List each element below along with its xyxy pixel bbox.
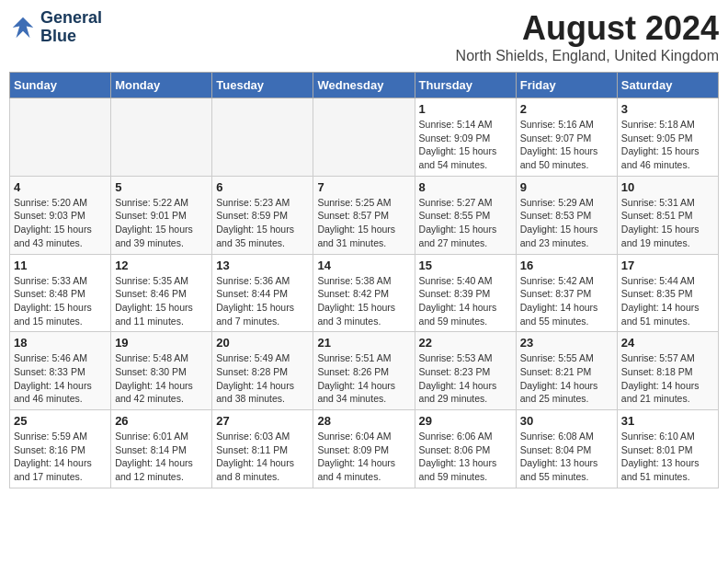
day-info: Sunrise: 5:44 AM Sunset: 8:35 PM Dayligh… xyxy=(621,274,714,328)
calendar-week-row: 18Sunrise: 5:46 AM Sunset: 8:33 PM Dayli… xyxy=(10,332,719,410)
calendar-day-cell: 27Sunrise: 6:03 AM Sunset: 8:11 PM Dayli… xyxy=(212,410,313,488)
day-info: Sunrise: 6:01 AM Sunset: 8:14 PM Dayligh… xyxy=(115,430,208,484)
day-info: Sunrise: 5:14 AM Sunset: 9:09 PM Dayligh… xyxy=(419,118,512,172)
day-info: Sunrise: 5:59 AM Sunset: 8:16 PM Dayligh… xyxy=(14,430,107,484)
calendar-day-cell: 12Sunrise: 5:35 AM Sunset: 8:46 PM Dayli… xyxy=(111,254,212,332)
day-number: 14 xyxy=(317,259,410,272)
calendar-day-cell: 24Sunrise: 5:57 AM Sunset: 8:18 PM Dayli… xyxy=(617,332,718,410)
day-number: 3 xyxy=(621,102,714,116)
calendar-day-cell xyxy=(111,98,212,177)
day-number: 29 xyxy=(419,414,512,428)
calendar-day-cell: 2Sunrise: 5:16 AM Sunset: 9:07 PM Daylig… xyxy=(516,98,617,177)
day-number: 27 xyxy=(216,414,309,428)
day-number: 4 xyxy=(14,180,107,194)
day-info: Sunrise: 5:20 AM Sunset: 9:03 PM Dayligh… xyxy=(14,196,107,250)
day-number: 10 xyxy=(621,180,714,194)
day-info: Sunrise: 5:22 AM Sunset: 9:01 PM Dayligh… xyxy=(115,196,208,250)
day-info: Sunrise: 5:40 AM Sunset: 8:39 PM Dayligh… xyxy=(419,274,512,328)
day-number: 24 xyxy=(621,336,714,350)
calendar-header-row: SundayMondayTuesdayWednesdayThursdayFrid… xyxy=(10,73,719,98)
day-number: 18 xyxy=(14,336,107,350)
calendar-day-cell: 15Sunrise: 5:40 AM Sunset: 8:39 PM Dayli… xyxy=(415,254,516,332)
day-number: 11 xyxy=(14,259,107,272)
day-number: 8 xyxy=(419,180,512,194)
day-info: Sunrise: 5:51 AM Sunset: 8:26 PM Dayligh… xyxy=(317,351,410,406)
calendar-day-cell: 1Sunrise: 5:14 AM Sunset: 9:09 PM Daylig… xyxy=(415,98,516,177)
day-number: 5 xyxy=(115,180,208,194)
day-header-tuesday: Tuesday xyxy=(212,73,313,98)
day-info: Sunrise: 5:53 AM Sunset: 8:23 PM Dayligh… xyxy=(419,351,512,406)
day-number: 23 xyxy=(520,336,613,350)
day-info: Sunrise: 5:16 AM Sunset: 9:07 PM Dayligh… xyxy=(520,118,613,172)
day-number: 15 xyxy=(419,259,512,272)
calendar-day-cell xyxy=(313,98,415,177)
calendar-day-cell: 29Sunrise: 6:06 AM Sunset: 8:06 PM Dayli… xyxy=(415,410,516,488)
day-info: Sunrise: 5:57 AM Sunset: 8:18 PM Dayligh… xyxy=(621,351,714,406)
day-number: 2 xyxy=(520,102,613,116)
calendar-day-cell: 26Sunrise: 6:01 AM Sunset: 8:14 PM Dayli… xyxy=(111,410,212,488)
page-title: August 2024 xyxy=(456,9,719,48)
logo-icon xyxy=(9,14,37,41)
day-info: Sunrise: 5:36 AM Sunset: 8:44 PM Dayligh… xyxy=(216,274,309,328)
day-number: 22 xyxy=(419,336,512,350)
calendar-day-cell: 23Sunrise: 5:55 AM Sunset: 8:21 PM Dayli… xyxy=(516,332,617,410)
day-header-monday: Monday xyxy=(111,73,212,98)
day-number: 16 xyxy=(520,259,613,272)
day-number: 30 xyxy=(520,414,613,428)
logo: General Blue xyxy=(9,9,102,46)
day-header-friday: Friday xyxy=(516,73,617,98)
calendar-day-cell: 16Sunrise: 5:42 AM Sunset: 8:37 PM Dayli… xyxy=(516,254,617,332)
page-header: General Blue August 2024 North Shields, … xyxy=(9,9,719,64)
calendar-day-cell: 8Sunrise: 5:27 AM Sunset: 8:55 PM Daylig… xyxy=(415,176,516,254)
day-number: 12 xyxy=(115,259,208,272)
calendar-day-cell: 19Sunrise: 5:48 AM Sunset: 8:30 PM Dayli… xyxy=(111,332,212,410)
day-header-wednesday: Wednesday xyxy=(313,73,415,98)
day-number: 20 xyxy=(216,336,309,350)
day-number: 25 xyxy=(14,414,107,428)
day-number: 1 xyxy=(419,102,512,116)
calendar-table: SundayMondayTuesdayWednesdayThursdayFrid… xyxy=(9,72,719,488)
day-header-thursday: Thursday xyxy=(415,73,516,98)
day-info: Sunrise: 6:06 AM Sunset: 8:06 PM Dayligh… xyxy=(419,430,512,484)
day-number: 9 xyxy=(520,180,613,194)
calendar-day-cell: 11Sunrise: 5:33 AM Sunset: 8:48 PM Dayli… xyxy=(10,254,111,332)
calendar-day-cell: 21Sunrise: 5:51 AM Sunset: 8:26 PM Dayli… xyxy=(313,332,415,410)
calendar-day-cell: 28Sunrise: 6:04 AM Sunset: 8:09 PM Dayli… xyxy=(313,410,415,488)
day-info: Sunrise: 5:42 AM Sunset: 8:37 PM Dayligh… xyxy=(520,274,613,328)
logo-text: General Blue xyxy=(40,9,102,46)
calendar-day-cell: 13Sunrise: 5:36 AM Sunset: 8:44 PM Dayli… xyxy=(212,254,313,332)
day-info: Sunrise: 5:18 AM Sunset: 9:05 PM Dayligh… xyxy=(621,118,714,172)
calendar-day-cell: 6Sunrise: 5:23 AM Sunset: 8:59 PM Daylig… xyxy=(212,176,313,254)
day-info: Sunrise: 5:23 AM Sunset: 8:59 PM Dayligh… xyxy=(216,196,309,250)
calendar-day-cell: 10Sunrise: 5:31 AM Sunset: 8:51 PM Dayli… xyxy=(617,176,718,254)
day-header-saturday: Saturday xyxy=(617,73,718,98)
page-subtitle: North Shields, England, United Kingdom xyxy=(456,48,719,64)
day-info: Sunrise: 6:10 AM Sunset: 8:01 PM Dayligh… xyxy=(621,430,714,484)
calendar-day-cell: 25Sunrise: 5:59 AM Sunset: 8:16 PM Dayli… xyxy=(10,410,111,488)
day-number: 19 xyxy=(115,336,208,350)
day-info: Sunrise: 6:08 AM Sunset: 8:04 PM Dayligh… xyxy=(520,430,613,484)
day-info: Sunrise: 5:31 AM Sunset: 8:51 PM Dayligh… xyxy=(621,196,714,250)
svg-marker-0 xyxy=(13,17,34,39)
calendar-day-cell: 7Sunrise: 5:25 AM Sunset: 8:57 PM Daylig… xyxy=(313,176,415,254)
day-number: 26 xyxy=(115,414,208,428)
calendar-day-cell: 20Sunrise: 5:49 AM Sunset: 8:28 PM Dayli… xyxy=(212,332,313,410)
calendar-day-cell: 31Sunrise: 6:10 AM Sunset: 8:01 PM Dayli… xyxy=(617,410,718,488)
day-info: Sunrise: 5:48 AM Sunset: 8:30 PM Dayligh… xyxy=(115,351,208,406)
day-info: Sunrise: 5:38 AM Sunset: 8:42 PM Dayligh… xyxy=(317,274,410,328)
day-number: 7 xyxy=(317,180,410,194)
title-block: August 2024 North Shields, England, Unit… xyxy=(456,9,719,64)
day-info: Sunrise: 5:33 AM Sunset: 8:48 PM Dayligh… xyxy=(14,274,107,328)
day-number: 6 xyxy=(216,180,309,194)
day-info: Sunrise: 5:27 AM Sunset: 8:55 PM Dayligh… xyxy=(419,196,512,250)
calendar-day-cell: 18Sunrise: 5:46 AM Sunset: 8:33 PM Dayli… xyxy=(10,332,111,410)
calendar-week-row: 25Sunrise: 5:59 AM Sunset: 8:16 PM Dayli… xyxy=(10,410,719,488)
day-number: 28 xyxy=(317,414,410,428)
calendar-day-cell: 30Sunrise: 6:08 AM Sunset: 8:04 PM Dayli… xyxy=(516,410,617,488)
day-info: Sunrise: 5:55 AM Sunset: 8:21 PM Dayligh… xyxy=(520,351,613,406)
calendar-day-cell: 3Sunrise: 5:18 AM Sunset: 9:05 PM Daylig… xyxy=(617,98,718,177)
day-header-sunday: Sunday xyxy=(10,73,111,98)
calendar-day-cell: 14Sunrise: 5:38 AM Sunset: 8:42 PM Dayli… xyxy=(313,254,415,332)
calendar-day-cell: 17Sunrise: 5:44 AM Sunset: 8:35 PM Dayli… xyxy=(617,254,718,332)
day-info: Sunrise: 6:04 AM Sunset: 8:09 PM Dayligh… xyxy=(317,430,410,484)
